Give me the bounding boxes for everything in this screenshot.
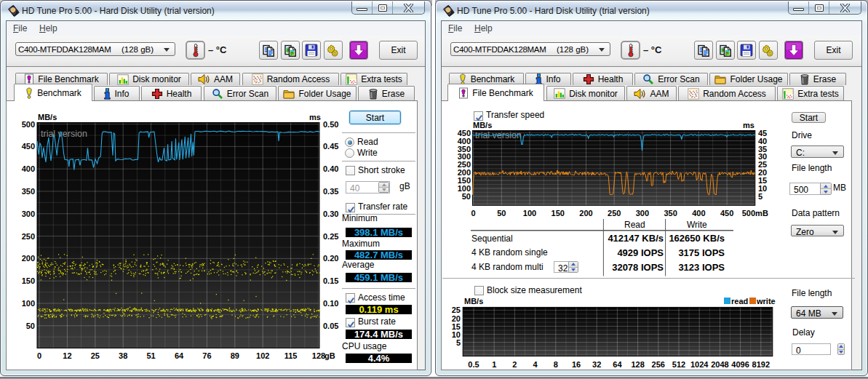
- svg-text:128: 128: [631, 360, 644, 369]
- svg-text:200: 200: [579, 209, 592, 218]
- svg-text:500mB: 500mB: [742, 209, 768, 218]
- svg-text:1: 1: [492, 360, 496, 369]
- svg-text:50: 50: [497, 209, 506, 218]
- svg-text:512: 512: [672, 360, 685, 369]
- svg-text:4096: 4096: [731, 360, 749, 369]
- svg-text:ms: ms: [743, 121, 754, 129]
- svg-text:300: 300: [636, 209, 649, 218]
- svg-text:50: 50: [462, 192, 471, 201]
- svg-text:100: 100: [523, 209, 536, 218]
- svg-text:64: 64: [613, 360, 622, 369]
- svg-text:32: 32: [592, 360, 601, 369]
- svg-text:400: 400: [692, 209, 705, 218]
- svg-text:450: 450: [720, 209, 733, 218]
- svg-text:0.5: 0.5: [468, 360, 479, 369]
- svg-text:write: write: [756, 297, 776, 306]
- svg-text:150: 150: [552, 209, 565, 218]
- svg-text:5: 5: [456, 338, 461, 347]
- svg-text:4: 4: [533, 360, 538, 369]
- svg-text:MB/s: MB/s: [464, 297, 483, 306]
- svg-text:250: 250: [608, 209, 621, 218]
- svg-text:read: read: [731, 297, 748, 306]
- svg-text:2: 2: [512, 360, 517, 369]
- svg-text:1024: 1024: [690, 360, 709, 369]
- svg-text:2048: 2048: [711, 360, 728, 369]
- svg-text:16: 16: [572, 360, 581, 369]
- svg-text:5: 5: [758, 192, 763, 201]
- svg-text:8: 8: [554, 360, 558, 369]
- svg-text:8192: 8192: [752, 360, 770, 369]
- svg-text:0: 0: [471, 209, 476, 218]
- svg-text:350: 350: [664, 209, 677, 218]
- svg-text:256: 256: [652, 360, 665, 369]
